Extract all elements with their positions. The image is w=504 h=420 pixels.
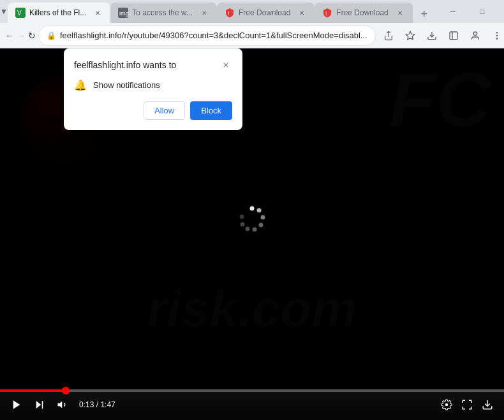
tab-2-close[interactable]: ✕ [199,8,209,18]
tab-overflow-btn[interactable]: ▼ [0,1,8,22]
maximize-button[interactable]: □ [468,1,497,22]
tab-3-close[interactable]: ✕ [297,8,307,18]
download-video-button[interactable] [478,396,496,414]
notification-popup: feelflashlight.info wants to × 🔔 Show no… [64,48,242,130]
svg-marker-24 [36,401,41,409]
nav-actions [378,25,504,46]
tab-1[interactable]: V Killers of the Fl... ✕ [8,3,110,23]
svg-point-12 [496,32,497,33]
svg-point-11 [473,32,477,35]
bell-icon: 🔔 [74,79,87,91]
reload-button[interactable]: ↻ [28,25,36,46]
progress-fill [0,389,66,392]
download-nav-button[interactable] [422,25,442,46]
tab-3[interactable]: ! Free Download ✕ [217,3,315,23]
block-button[interactable]: Block [190,101,232,120]
sidebar-button[interactable] [443,25,464,46]
svg-point-13 [496,35,497,36]
back-button[interactable]: ← [5,25,14,46]
tab-3-favicon: ! [225,8,235,18]
url-text: feelflashlight.info/r/youtube/49306?coun… [60,31,367,40]
tabs-area: V Killers of the Fl... ✕ img To access t… [8,0,433,23]
loading-spinner [236,203,268,235]
nav-bar: ← → ↻ 🔒 feelflashlight.info/r/youtube/49… [0,23,504,48]
minimize-button[interactable]: ─ [438,1,468,22]
svg-point-14 [496,38,497,39]
new-tab-button[interactable]: + [415,5,433,23]
svg-marker-23 [13,400,20,409]
popup-header: feelflashlight.info wants to × [74,59,232,71]
forward-button[interactable]: → [17,25,26,46]
tab-4[interactable]: ! Free Download ✕ [315,3,412,23]
svg-point-15 [250,206,255,210]
svg-point-19 [253,227,257,231]
video-controls-bar: 0:13 / 1:47 [0,389,504,420]
volume-button[interactable] [54,396,71,414]
svg-text:!: ! [325,10,327,17]
svg-marker-7 [406,31,414,40]
svg-text:!: ! [228,10,230,17]
svg-text:img: img [119,10,128,17]
popup-title: feelflashlight.info wants to [74,60,176,70]
tab-4-close[interactable]: ✕ [395,8,405,18]
menu-button[interactable] [487,25,504,46]
svg-point-16 [257,208,262,212]
tab-1-title: Killers of the Fl... [29,8,86,17]
popup-close-button[interactable]: × [219,59,232,71]
skip-next-button[interactable] [31,396,48,414]
window-controls: ─ □ ✕ [438,1,504,22]
svg-text:V: V [17,10,22,17]
lock-icon: 🔒 [47,31,56,40]
progress-thumb[interactable] [62,387,70,395]
tab-2[interactable]: img To access the w... ✕ [110,3,217,23]
bookmark-button[interactable] [400,25,420,46]
svg-point-17 [261,215,265,219]
address-bar[interactable]: 🔒 feelflashlight.info/r/youtube/49306?co… [38,25,376,46]
progress-bar[interactable] [0,389,504,392]
tab-2-favicon: img [118,8,128,18]
profile-button[interactable] [465,25,485,46]
tab-3-title: Free Download [239,8,290,17]
svg-marker-26 [58,402,63,409]
play-button[interactable] [8,396,26,414]
tab-1-favicon: V [15,8,26,18]
popup-buttons: Allow Block [74,101,232,120]
permission-text: Show notifications [93,80,160,90]
svg-point-20 [246,226,250,231]
settings-button[interactable] [438,396,456,414]
tab-4-title: Free Download [336,8,388,17]
svg-rect-25 [42,401,43,409]
tab-2-title: To access the w... [132,8,193,17]
svg-point-22 [240,214,244,219]
allow-button[interactable]: Allow [144,101,185,120]
title-bar: ▼ V Killers of the Fl... ✕ img To access… [0,0,504,23]
svg-rect-9 [450,32,457,40]
chrome-window: ▼ V Killers of the Fl... ✕ img To access… [0,0,504,420]
svg-point-18 [259,222,263,227]
svg-point-21 [241,222,245,226]
right-controls [438,396,496,414]
share-button[interactable] [378,25,399,46]
popup-permission: 🔔 Show notifications [74,79,232,91]
content-area: FC risk.com [0,48,504,420]
close-button[interactable]: ✕ [497,1,504,22]
tab-4-favicon: ! [322,8,332,18]
tab-1-close[interactable]: ✕ [93,8,103,18]
time-display: 0:13 / 1:47 [79,400,115,409]
fullscreen-button[interactable] [458,396,476,414]
